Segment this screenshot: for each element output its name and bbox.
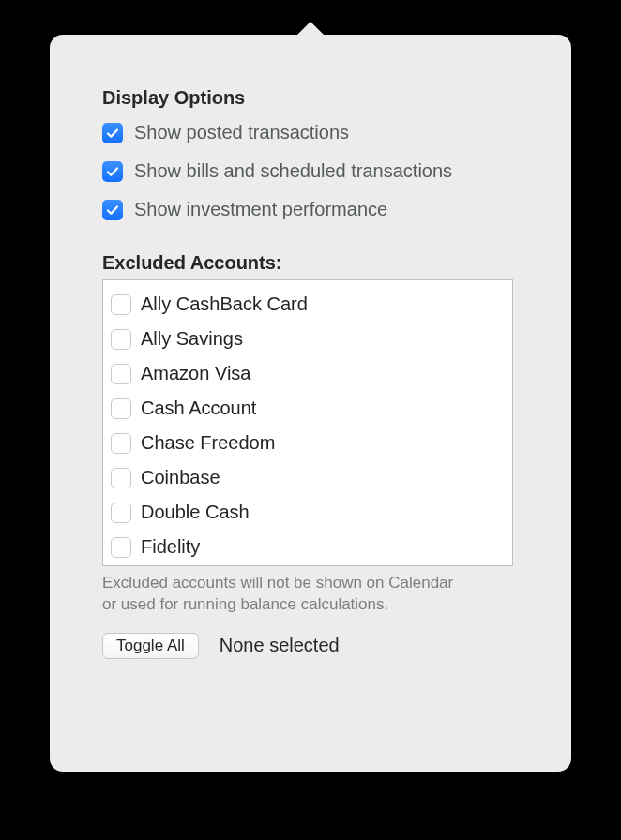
excluded-accounts-title: Excluded Accounts:	[102, 252, 534, 274]
checkbox-show-bills[interactable]	[102, 161, 123, 182]
account-label: Amazon Visa	[141, 363, 250, 384]
list-item[interactable]: Ally Savings	[111, 322, 505, 356]
list-item[interactable]: Cash Account	[111, 391, 505, 426]
option-label: Show bills and scheduled transactions	[134, 160, 452, 182]
excluded-note: Excluded accounts will not be shown on C…	[102, 573, 468, 616]
checkmark-icon	[106, 127, 119, 140]
account-label: Ally CashBack Card	[141, 293, 308, 315]
account-label: Ally Savings	[141, 328, 243, 350]
option-show-investment[interactable]: Show investment performance	[102, 199, 534, 220]
list-item[interactable]: Coinbase	[111, 460, 505, 495]
toggle-all-button[interactable]: Toggle All	[102, 633, 199, 659]
account-label: Fidelity	[141, 536, 200, 558]
option-label: Show posted transactions	[134, 122, 349, 143]
popover-body: Display Options Show posted transactions…	[50, 35, 571, 772]
excluded-accounts-list[interactable]: Ally CashBack Card Ally Savings Amazon V…	[102, 279, 513, 566]
checkbox-account[interactable]	[111, 502, 131, 523]
list-item[interactable]: Fidelity	[111, 530, 505, 564]
account-label: Coinbase	[141, 467, 220, 488]
popover: Display Options Show posted transactions…	[50, 35, 571, 772]
checkbox-account[interactable]	[111, 294, 131, 315]
option-label: Show investment performance	[134, 199, 387, 220]
checkbox-account[interactable]	[111, 329, 131, 350]
footer-row: Toggle All None selected	[102, 633, 534, 659]
checkbox-account[interactable]	[111, 433, 131, 454]
option-show-posted[interactable]: Show posted transactions	[102, 122, 534, 143]
checkbox-show-posted[interactable]	[102, 123, 123, 143]
checkbox-account[interactable]	[111, 537, 131, 558]
checkbox-show-investment[interactable]	[102, 200, 123, 220]
popover-arrow	[295, 22, 326, 38]
checkmark-icon	[106, 165, 119, 178]
selection-status: None selected	[220, 635, 340, 656]
list-item[interactable]: Chase Freedom	[111, 426, 505, 460]
account-label: Chase Freedom	[141, 432, 275, 454]
list-item[interactable]: Ally CashBack Card	[111, 287, 505, 322]
account-label: Cash Account	[141, 398, 256, 419]
option-show-bills[interactable]: Show bills and scheduled transactions	[102, 160, 534, 182]
checkmark-icon	[106, 203, 119, 217]
list-item[interactable]: Amazon Visa	[111, 356, 505, 391]
display-options-title: Display Options	[102, 87, 534, 109]
account-label: Double Cash	[141, 502, 250, 523]
checkbox-account[interactable]	[111, 364, 131, 384]
list-item[interactable]: Double Cash	[111, 495, 505, 530]
checkbox-account[interactable]	[111, 398, 131, 419]
checkbox-account[interactable]	[111, 468, 131, 488]
